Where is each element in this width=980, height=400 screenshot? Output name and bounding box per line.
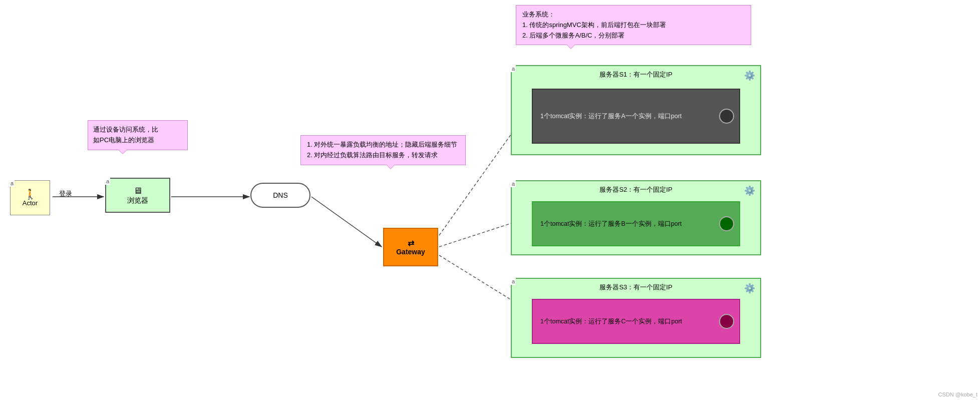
actor-label: Actor	[23, 199, 38, 207]
tomcat-s2-circle	[719, 216, 734, 231]
gateway-label: Gateway	[396, 248, 425, 256]
server-s1-container: a 服务器S1：有一个固定IP ⚙️ 1个tomcat实例：运行了服务A一个实例…	[511, 65, 761, 155]
bubble-gateway-line2: 2. 对内经过负载算法路由目标服务，转发请求	[307, 150, 459, 161]
server-s2-gear: ⚙️	[744, 185, 755, 196]
tomcat-s1-box: 1个tomcat实例：运行了服务A一个实例，端口port	[532, 89, 740, 144]
server-s2-title: 服务器S2：有一个固定IP	[599, 185, 672, 194]
dns-label: DNS	[273, 191, 288, 199]
bubble-gateway-desc: 1. 对外统一暴露负载均衡的地址；隐藏后端服务细节 2. 对内经过负载算法路由目…	[300, 135, 466, 165]
diagram-canvas: a 🚶 Actor 登录 a 🖥 浏览器 DNS ⇄ Gateway a 服务器…	[0, 0, 980, 400]
browser-label: 浏览器	[127, 196, 148, 205]
server-s1-gear: ⚙️	[744, 70, 755, 81]
bubble-business-title: 业务系统：	[522, 10, 745, 20]
dns-box: DNS	[250, 183, 310, 208]
bubble-browser-line2: 如PC电脑上的浏览器	[93, 135, 182, 146]
bubble-browser-desc: 通过设备访问系统，比 如PC电脑上的浏览器	[88, 120, 188, 150]
tomcat-s3-box: 1个tomcat实例：运行了服务C一个实例，端口port	[532, 299, 740, 344]
server-s3-corner: a	[511, 278, 516, 285]
watermark: CSDN @kobe_t	[938, 391, 977, 397]
tomcat-s2-label: 1个tomcat实例：运行了服务B一个实例，端口port	[540, 220, 682, 228]
server-s3-title: 服务器S3：有一个固定IP	[599, 283, 672, 292]
actor-box: a 🚶 Actor	[10, 180, 50, 215]
bubble-business-line1: 1. 传统的springMVC架构，前后端打包在一块部署	[522, 20, 745, 31]
bubble-business-line2: 2. 后端多个微服务A/B/C，分别部署	[522, 31, 745, 41]
bubble-gateway-line1: 1. 对外统一暴露负载均衡的地址；隐藏后端服务细节	[307, 140, 459, 150]
tomcat-s3-label: 1个tomcat实例：运行了服务C一个实例，端口port	[540, 317, 682, 326]
gateway-icon: ⇄	[408, 238, 414, 248]
browser-icon: 🖥	[133, 186, 142, 196]
svg-line-4	[311, 197, 382, 247]
tomcat-s2-box: 1个tomcat实例：运行了服务B一个实例，端口port	[532, 201, 740, 246]
tomcat-s1-circle	[719, 109, 734, 124]
server-s2-corner: a	[511, 180, 516, 187]
browser-corner-label: a	[105, 178, 110, 185]
server-s1-corner: a	[511, 65, 516, 72]
tomcat-s3-circle	[719, 314, 734, 329]
bubble-browser-line1: 通过设备访问系统，比	[93, 125, 182, 135]
login-label: 登录	[59, 189, 72, 198]
server-s3-container: a 服务器S3：有一个固定IP ⚙️ 1个tomcat实例：运行了服务C一个实例…	[511, 278, 761, 358]
tomcat-s1-label: 1个tomcat实例：运行了服务A一个实例，端口port	[540, 112, 682, 121]
server-s3-gear: ⚙️	[744, 283, 755, 294]
gateway-box: ⇄ Gateway	[383, 228, 438, 266]
server-s1-title: 服务器S1：有一个固定IP	[599, 70, 672, 79]
server-s2-container: a 服务器S2：有一个固定IP ⚙️ 1个tomcat实例：运行了服务B一个实例…	[511, 180, 761, 255]
actor-icon: 🚶	[24, 189, 37, 199]
bubble-business-system: 业务系统： 1. 传统的springMVC架构，前后端打包在一块部署 2. 后端…	[516, 5, 751, 45]
browser-box: a 🖥 浏览器	[105, 178, 170, 213]
actor-corner-label: a	[10, 180, 15, 187]
